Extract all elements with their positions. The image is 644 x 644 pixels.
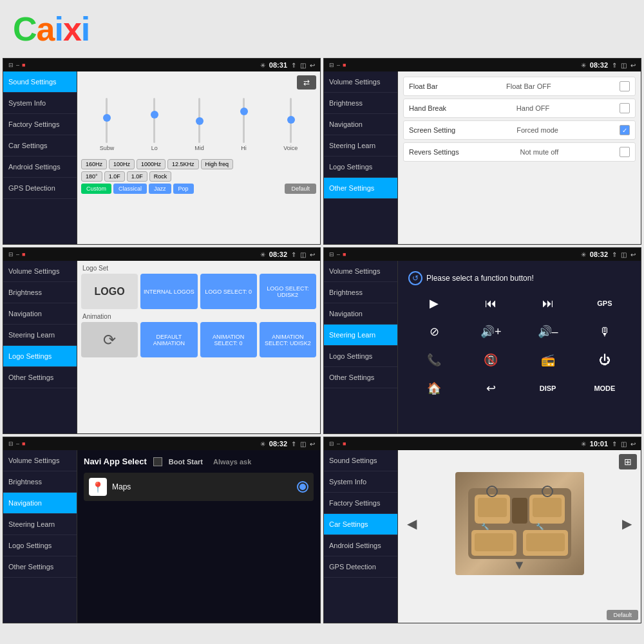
anim-spinner[interactable]: ⟳ bbox=[81, 322, 138, 357]
freq-highfreq[interactable]: High freq bbox=[201, 159, 234, 169]
preset-classical[interactable]: Classical bbox=[113, 184, 147, 194]
refresh-icon[interactable]: ↺ bbox=[408, 271, 422, 285]
anim-select-0[interactable]: ANIMATION SELECT: 0 bbox=[200, 322, 257, 357]
slider-thumb-subw[interactable] bbox=[103, 114, 111, 122]
eq-toggle-button[interactable]: ⇄ bbox=[297, 75, 316, 90]
sidebar-steer-4[interactable]: Steering Learn bbox=[324, 325, 397, 346]
sidebar-vol-4[interactable]: Volume Settings bbox=[324, 261, 397, 282]
sidebar-item-car[interactable]: Car Settings bbox=[3, 135, 77, 156]
setting-revers[interactable]: Revers Settings Not mute off bbox=[403, 142, 636, 162]
maps-app-row[interactable]: 📍 Maps bbox=[84, 473, 314, 501]
sidebar-logo-4[interactable]: Logo Settings bbox=[324, 346, 397, 367]
sidebar-other-4[interactable]: Other Settings bbox=[324, 367, 397, 388]
setting-handbreak[interactable]: Hand Break Hand OFF bbox=[403, 99, 636, 118]
sidebar-steer-5[interactable]: Steering Learn bbox=[3, 514, 77, 535]
default-button-car[interactable]: Default bbox=[607, 610, 638, 620]
preset-jazz[interactable]: Jazz bbox=[149, 184, 171, 194]
func-disp[interactable]: DISP bbox=[522, 377, 574, 400]
preset-pop[interactable]: Pop bbox=[173, 184, 194, 194]
sidebar-vol-5[interactable]: Volume Settings bbox=[3, 450, 77, 471]
boot-start-checkbox[interactable] bbox=[153, 457, 162, 466]
freq-rock[interactable]: Rock bbox=[149, 171, 172, 182]
func-prev[interactable]: ⏮ bbox=[465, 292, 516, 315]
func-gps[interactable]: GPS bbox=[579, 292, 630, 315]
check-handbreak[interactable] bbox=[620, 103, 630, 113]
sidebar-item-gps[interactable]: GPS Detection bbox=[3, 178, 77, 199]
sidebar-other-2[interactable]: Other Settings bbox=[324, 178, 397, 199]
sidebar-bright-3[interactable]: Brightness bbox=[3, 282, 77, 303]
sidebar-item-android[interactable]: Android Settings bbox=[3, 156, 77, 178]
slider-track-lo[interactable] bbox=[153, 98, 155, 143]
func-mode[interactable]: MODE bbox=[579, 377, 630, 400]
sidebar-factory-6[interactable]: Factory Settings bbox=[324, 493, 397, 514]
sidebar-car-6[interactable]: Car Settings bbox=[324, 514, 397, 535]
func-power[interactable]: ⏻ bbox=[579, 348, 630, 372]
slider-thumb-hi[interactable] bbox=[240, 108, 248, 115]
sidebar-sound-6[interactable]: Sound Settings bbox=[324, 450, 397, 471]
logo-select-0[interactable]: LOGO SELECT: 0 bbox=[200, 274, 257, 309]
freq-180deg[interactable]: 180° bbox=[81, 171, 102, 182]
func-next[interactable]: ⏭ bbox=[522, 292, 574, 315]
sidebar-logo-3[interactable]: Logo Settings bbox=[3, 346, 77, 367]
slider-thumb-voice[interactable] bbox=[287, 116, 295, 124]
sidebar-logo-5[interactable]: Logo Settings bbox=[3, 535, 77, 556]
logo-select-udisk2[interactable]: LOGO SELECT: UDISK2 bbox=[260, 274, 316, 309]
sidebar-sysinfo-6[interactable]: System Info bbox=[324, 471, 397, 493]
func-play[interactable]: ▶ bbox=[408, 292, 460, 315]
check-floatbar[interactable] bbox=[620, 81, 630, 91]
func-hangup[interactable]: 📵 bbox=[465, 348, 516, 372]
sidebar-gps-6[interactable]: GPS Detection bbox=[324, 556, 397, 578]
sidebar-vol-2[interactable]: Volume Settings bbox=[324, 71, 397, 93]
check-screen[interactable]: ✓ bbox=[620, 125, 630, 135]
logo-internal[interactable]: INTERNAL LOGOS bbox=[140, 274, 197, 309]
slider-track-mid[interactable] bbox=[198, 98, 200, 143]
sidebar-steer-2[interactable]: Steering Learn bbox=[324, 135, 397, 156]
sidebar-android-6[interactable]: Android Settings bbox=[324, 535, 397, 556]
sidebar-nav-2[interactable]: Navigation bbox=[324, 114, 397, 135]
sidebar-steer-3[interactable]: Steering Learn bbox=[3, 325, 77, 346]
setting-screen[interactable]: Screen Setting Forced mode ✓ bbox=[403, 120, 636, 140]
sidebar-nav-5[interactable]: Navigation bbox=[3, 493, 77, 514]
freq-160hz[interactable]: 160Hz bbox=[81, 159, 107, 169]
sidebar-logo-2[interactable]: Logo Settings bbox=[324, 156, 397, 178]
sidebar-item-factory[interactable]: Factory Settings bbox=[3, 114, 77, 135]
func-call[interactable]: 📞 bbox=[408, 348, 460, 372]
preset-custom[interactable]: Custom bbox=[81, 184, 111, 194]
car-nav-right[interactable]: ▶ bbox=[622, 516, 632, 531]
func-vol-up[interactable]: 🔊+ bbox=[465, 320, 516, 343]
car-nav-left[interactable]: ◀ bbox=[407, 516, 417, 531]
slider-track-voice[interactable] bbox=[290, 98, 292, 143]
sidebar-bright-2[interactable]: Brightness bbox=[324, 93, 397, 114]
sidebar-item-sound[interactable]: Sound Settings bbox=[3, 71, 77, 93]
freq-100hz[interactable]: 100Hz bbox=[109, 159, 135, 169]
freq-1f-2[interactable]: 1.0F bbox=[127, 171, 147, 182]
logo-main-item[interactable]: LOGO bbox=[81, 274, 138, 309]
default-button-sound[interactable]: Default bbox=[285, 184, 316, 194]
sidebar-vol-3[interactable]: Volume Settings bbox=[3, 261, 77, 282]
setting-floatbar[interactable]: Float Bar Float Bar OFF bbox=[403, 77, 636, 96]
slider-track-hi[interactable] bbox=[243, 98, 245, 143]
func-radio[interactable]: 📻 bbox=[522, 348, 574, 372]
sidebar-nav-4[interactable]: Navigation bbox=[324, 303, 397, 325]
maps-radio-button[interactable] bbox=[297, 481, 308, 493]
anim-select-udisk2[interactable]: ANIMATION SELECT: UDISK2 bbox=[260, 322, 316, 357]
func-vol-down[interactable]: 🔊– bbox=[522, 320, 574, 343]
sidebar-other-5[interactable]: Other Settings bbox=[3, 556, 77, 578]
func-mute[interactable]: ⊘ bbox=[408, 320, 460, 343]
freq-125khz[interactable]: 12.5KHz bbox=[167, 159, 199, 169]
slider-thumb-mid[interactable] bbox=[196, 117, 204, 125]
sidebar-nav-3[interactable]: Navigation bbox=[3, 303, 77, 325]
car-nav-down[interactable]: ▼ bbox=[513, 558, 526, 573]
func-home[interactable]: 🏠 bbox=[408, 377, 460, 400]
check-revers[interactable] bbox=[620, 147, 630, 157]
grid-settings-icon[interactable]: ⊞ bbox=[619, 454, 637, 469]
slider-track-subw[interactable] bbox=[106, 98, 108, 143]
sidebar-other-3[interactable]: Other Settings bbox=[3, 367, 77, 388]
slider-thumb-lo[interactable] bbox=[151, 111, 158, 118]
sidebar-bright-5[interactable]: Brightness bbox=[3, 471, 77, 493]
sidebar-item-sysinfo[interactable]: System Info bbox=[3, 93, 77, 114]
func-mic[interactable]: 🎙 bbox=[579, 320, 630, 343]
anim-default[interactable]: DEFAULT ANIMATION bbox=[140, 322, 197, 357]
func-back[interactable]: ↩ bbox=[465, 377, 516, 400]
freq-1000hz[interactable]: 1000Hz bbox=[137, 159, 166, 169]
